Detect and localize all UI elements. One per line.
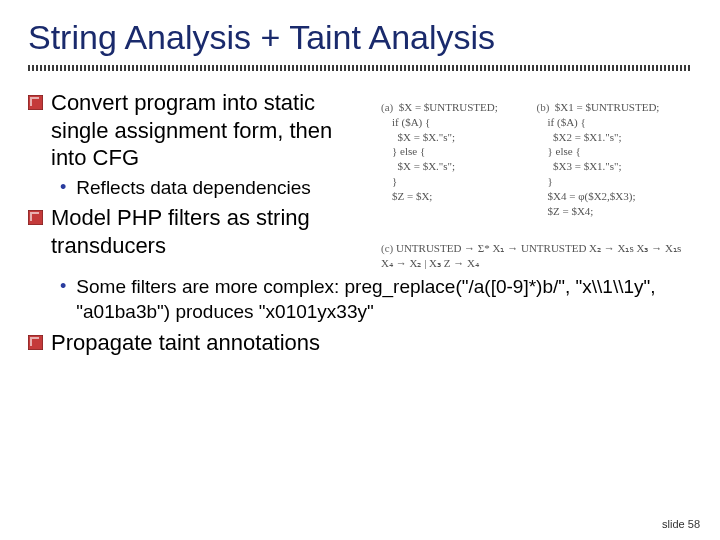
code-line: $X4 = φ($X2,$X3); bbox=[548, 190, 636, 202]
figure-label-b: (b) bbox=[537, 101, 550, 113]
code-line: } else { bbox=[548, 145, 581, 157]
bullet-text: Model PHP filters as string transducers bbox=[51, 204, 373, 259]
square-bullet-icon bbox=[28, 335, 43, 350]
code-figure: (a) $X = $UNTRUSTED; if ($A) { $X = $X."… bbox=[381, 85, 692, 271]
square-bullet-icon bbox=[28, 95, 43, 110]
grammar-line: X₄ → X₂ | X₃ bbox=[381, 257, 441, 269]
code-line: $X1 = $UNTRUSTED; bbox=[555, 101, 660, 113]
square-bullet-icon bbox=[28, 210, 43, 225]
code-line: $X = $X."s"; bbox=[392, 131, 455, 143]
bullet-model: Model PHP filters as string transducers bbox=[28, 204, 373, 259]
bullet-text: Propagate taint annotations bbox=[51, 329, 320, 357]
subbullet-text: Some filters are more complex: preg_repl… bbox=[76, 275, 672, 324]
bullet-text: Convert program into static single assig… bbox=[51, 89, 373, 172]
subbullet-reflects: • Reflects data dependencies bbox=[60, 176, 373, 201]
grammar-line: X₃ → X₁s bbox=[637, 242, 682, 254]
grammar-line: X₂ → X₁s bbox=[589, 242, 634, 254]
code-line: $X2 = $X1."s"; bbox=[548, 131, 622, 143]
dot-bullet-icon: • bbox=[60, 275, 66, 298]
code-line: if ($A) { bbox=[392, 116, 430, 128]
bullet-convert: Convert program into static single assig… bbox=[28, 89, 373, 172]
bullet-propagate: Propagate taint annotations bbox=[28, 329, 672, 357]
code-line: } else { bbox=[392, 145, 425, 157]
code-line: } bbox=[392, 175, 397, 187]
figure-label-c: (c) bbox=[381, 242, 393, 254]
code-line: $Z = $X; bbox=[392, 190, 432, 202]
subbullet-filters: • Some filters are more complex: preg_re… bbox=[60, 275, 672, 324]
figure-label-a: (a) bbox=[381, 101, 393, 113]
title-divider bbox=[28, 65, 692, 71]
subbullet-text: Reflects data dependencies bbox=[76, 176, 311, 201]
code-line: $X = $X."s"; bbox=[392, 160, 455, 172]
dot-bullet-icon: • bbox=[60, 176, 66, 199]
code-line: $Z = $X4; bbox=[548, 205, 594, 217]
code-line: $X3 = $X1."s"; bbox=[548, 160, 622, 172]
code-line: } bbox=[548, 175, 553, 187]
grammar-line: Z → X₄ bbox=[444, 257, 479, 269]
code-line: $X = $UNTRUSTED; bbox=[399, 101, 498, 113]
grammar-line: UNTRUSTED → Σ* bbox=[396, 242, 490, 254]
slide-title: String Analysis + Taint Analysis bbox=[28, 18, 692, 57]
grammar-line: X₁ → UNTRUSTED bbox=[493, 242, 587, 254]
slide-number: slide 58 bbox=[662, 518, 700, 530]
code-line: if ($A) { bbox=[548, 116, 586, 128]
